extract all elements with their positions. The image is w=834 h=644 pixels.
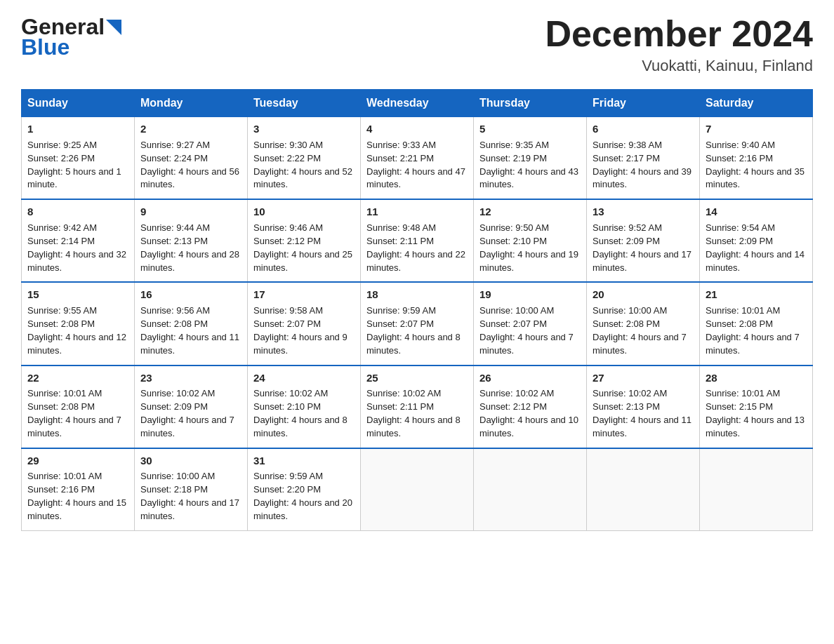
daylight-text: Daylight: 4 hours and 7 minutes. [593,332,687,356]
day-number: 1 [27,121,128,137]
calendar-cell: 23Sunrise: 10:02 AMSunset: 2:09 PMDaylig… [135,365,248,448]
sunset-text: Sunset: 2:13 PM [593,401,660,412]
day-number: 19 [479,287,581,302]
sunrise-text: Sunrise: 9:59 AM [253,471,323,481]
daylight-text: Daylight: 4 hours and 7 minutes. [140,415,234,438]
day-number: 4 [366,121,468,137]
sunrise-text: Sunrise: 10:00 AM [479,305,554,316]
calendar-cell: 21Sunrise: 10:01 AMSunset: 2:08 PMDaylig… [700,282,813,365]
day-number: 25 [366,370,468,386]
daylight-text: Daylight: 4 hours and 7 minutes. [479,332,574,356]
sunset-text: Sunset: 2:07 PM [366,318,434,329]
sunset-text: Sunset: 2:08 PM [593,318,660,329]
sunset-text: Sunset: 2:22 PM [253,153,321,163]
sunrise-text: Sunrise: 9:27 AM [140,140,210,150]
sunrise-text: Sunrise: 9:25 AM [27,140,97,150]
col-header-monday: Monday [135,90,248,117]
daylight-text: Daylight: 4 hours and 35 minutes. [706,166,805,190]
sunrise-text: Sunrise: 10:00 AM [593,305,667,316]
sunrise-text: Sunrise: 10:02 AM [140,388,215,398]
day-number: 27 [593,370,694,386]
sunset-text: Sunset: 2:17 PM [593,153,660,163]
week-row-4: 22Sunrise: 10:01 AMSunset: 2:08 PMDaylig… [22,365,813,448]
sunset-text: Sunset: 2:20 PM [253,484,321,495]
calendar-header-row: SundayMondayTuesdayWednesdayThursdayFrid… [22,90,813,117]
sunset-text: Sunset: 2:09 PM [706,236,773,246]
week-row-1: 1Sunrise: 9:25 AMSunset: 2:26 PMDaylight… [22,117,813,200]
day-number: 17 [253,287,355,302]
daylight-text: Daylight: 4 hours and 22 minutes. [366,249,465,273]
calendar-cell: 27Sunrise: 10:02 AMSunset: 2:13 PMDaylig… [587,365,700,448]
sunset-text: Sunset: 2:12 PM [479,401,547,412]
sunrise-text: Sunrise: 9:55 AM [27,305,97,316]
calendar-cell: 16Sunrise: 9:56 AMSunset: 2:08 PMDayligh… [135,282,248,365]
sunset-text: Sunset: 2:15 PM [706,401,773,412]
calendar-cell: 1Sunrise: 9:25 AMSunset: 2:26 PMDaylight… [22,117,135,200]
sunset-text: Sunset: 2:08 PM [140,318,208,329]
daylight-text: Daylight: 4 hours and 13 minutes. [706,415,805,438]
sunset-text: Sunset: 2:11 PM [366,401,434,412]
sunrise-text: Sunrise: 10:02 AM [253,388,328,398]
daylight-text: Daylight: 4 hours and 8 minutes. [366,415,461,438]
calendar-cell: 12Sunrise: 9:50 AMSunset: 2:10 PMDayligh… [474,199,587,282]
col-header-sunday: Sunday [22,90,135,117]
calendar-cell: 24Sunrise: 10:02 AMSunset: 2:10 PMDaylig… [248,365,361,448]
sunset-text: Sunset: 2:12 PM [253,236,321,246]
calendar-cell: 6Sunrise: 9:38 AMSunset: 2:17 PMDaylight… [587,117,700,200]
day-number: 7 [706,121,807,137]
calendar-cell [361,448,474,531]
sunrise-text: Sunrise: 9:38 AM [593,140,662,150]
sunset-text: Sunset: 2:21 PM [366,153,434,163]
sunrise-text: Sunrise: 10:00 AM [140,471,215,481]
sunset-text: Sunset: 2:09 PM [593,236,660,246]
logo: General Blue [21,14,121,60]
daylight-text: Daylight: 4 hours and 25 minutes. [253,249,352,273]
day-number: 28 [706,370,807,386]
day-number: 26 [479,370,581,386]
day-number: 15 [27,287,128,302]
day-number: 14 [706,204,807,220]
sunrise-text: Sunrise: 10:01 AM [706,388,780,398]
day-number: 29 [27,453,128,469]
calendar-table: SundayMondayTuesdayWednesdayThursdayFrid… [21,89,813,531]
sunrise-text: Sunrise: 9:50 AM [479,222,549,233]
daylight-text: Daylight: 4 hours and 10 minutes. [479,415,578,438]
calendar-cell: 13Sunrise: 9:52 AMSunset: 2:09 PMDayligh… [587,199,700,282]
calendar-cell: 22Sunrise: 10:01 AMSunset: 2:08 PMDaylig… [22,365,135,448]
day-number: 13 [593,204,694,220]
calendar-cell [474,448,587,531]
sunrise-text: Sunrise: 10:01 AM [27,471,102,481]
sunrise-text: Sunrise: 10:02 AM [479,388,554,398]
calendar-cell: 11Sunrise: 9:48 AMSunset: 2:11 PMDayligh… [361,199,474,282]
calendar-cell: 9Sunrise: 9:44 AMSunset: 2:13 PMDaylight… [135,199,248,282]
daylight-text: Daylight: 4 hours and 8 minutes. [366,332,461,356]
day-number: 11 [366,204,468,220]
calendar-cell: 18Sunrise: 9:59 AMSunset: 2:07 PMDayligh… [361,282,474,365]
day-number: 18 [366,287,468,302]
week-row-5: 29Sunrise: 10:01 AMSunset: 2:16 PMDaylig… [22,448,813,531]
daylight-text: Daylight: 4 hours and 15 minutes. [27,497,126,521]
calendar-cell: 31Sunrise: 9:59 AMSunset: 2:20 PMDayligh… [248,448,361,531]
sunset-text: Sunset: 2:16 PM [27,484,95,495]
col-header-thursday: Thursday [474,90,587,117]
page-header: General Blue December 2024 Vuokatti, Kai… [21,14,813,75]
day-number: 3 [253,121,355,137]
month-year-title: December 2024 [545,14,813,54]
sunrise-text: Sunrise: 10:01 AM [27,388,102,398]
calendar-cell: 3Sunrise: 9:30 AMSunset: 2:22 PMDaylight… [248,117,361,200]
sunrise-text: Sunrise: 9:42 AM [27,222,97,233]
daylight-text: Daylight: 4 hours and 56 minutes. [140,166,239,190]
sunset-text: Sunset: 2:08 PM [27,318,95,329]
day-number: 6 [593,121,694,137]
sunrise-text: Sunrise: 10:02 AM [366,388,441,398]
sunrise-text: Sunrise: 9:59 AM [366,305,436,316]
calendar-cell: 30Sunrise: 10:00 AMSunset: 2:18 PMDaylig… [135,448,248,531]
sunset-text: Sunset: 2:09 PM [140,401,208,412]
sunrise-text: Sunrise: 9:33 AM [366,140,436,150]
sunrise-text: Sunrise: 9:52 AM [593,222,662,233]
logo-blue: Blue [21,34,70,60]
calendar-cell: 17Sunrise: 9:58 AMSunset: 2:07 PMDayligh… [248,282,361,365]
sunset-text: Sunset: 2:10 PM [479,236,547,246]
daylight-text: Daylight: 4 hours and 7 minutes. [27,415,121,438]
daylight-text: Daylight: 4 hours and 7 minutes. [706,332,800,356]
